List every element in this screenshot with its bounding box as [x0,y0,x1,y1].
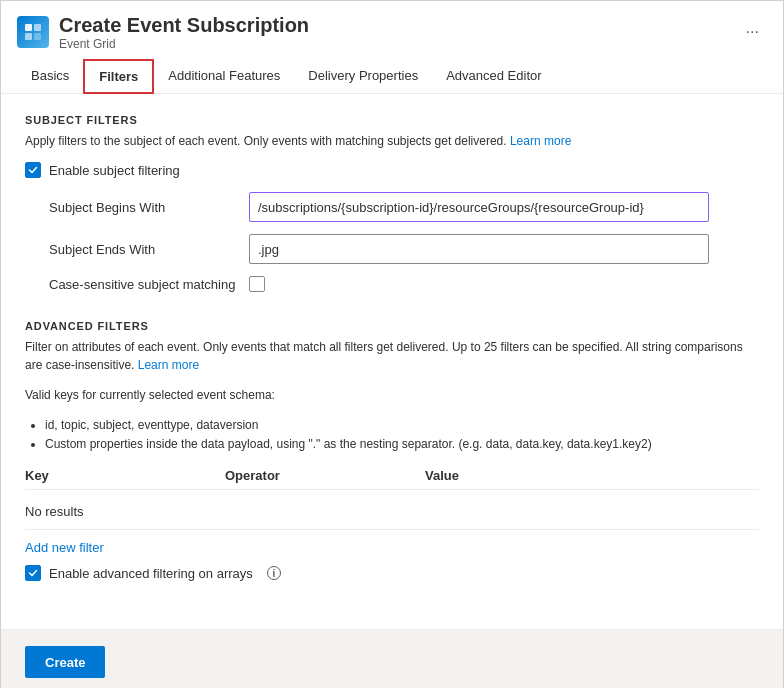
valid-keys-intro: Valid keys for currently selected event … [25,386,759,404]
key-header: Key [25,468,225,483]
header-top: Create Event Subscription Event Grid ··· [17,13,767,51]
advanced-filters-title: ADVANCED FILTERS [25,320,759,332]
subject-begins-with-input[interactable] [249,192,709,222]
enable-subject-filtering-label: Enable subject filtering [49,163,180,178]
valid-keys-item-1: id, topic, subject, eventtype, dataversi… [45,416,759,435]
tab-additional-features[interactable]: Additional Features [154,60,294,93]
svg-rect-2 [25,33,32,40]
enable-subject-filtering-checkbox[interactable] [25,162,41,178]
tab-delivery-properties[interactable]: Delivery Properties [294,60,432,93]
svg-rect-3 [34,33,41,40]
app-icon-svg [23,22,43,42]
no-results-row: No results [25,494,759,530]
subject-filters-title: SUBJECT FILTERS [25,114,759,126]
enable-subject-filtering-row: Enable subject filtering [25,162,759,178]
advanced-filters-desc: Filter on attributes of each event. Only… [25,338,759,374]
case-sensitive-checkbox[interactable] [249,276,265,292]
main-window: Create Event Subscription Event Grid ···… [0,0,784,688]
advanced-filters-learn-more[interactable]: Learn more [138,358,199,372]
subject-filters-learn-more[interactable]: Learn more [510,134,571,148]
subject-filters-section: SUBJECT FILTERS Apply filters to the sub… [25,114,759,292]
subject-begins-with-label: Subject Begins With [49,200,249,215]
valid-keys-item-2: Custom properties inside the data payloa… [45,435,759,454]
nav-tabs: Basics Filters Additional Features Deliv… [17,59,767,93]
svg-rect-1 [34,24,41,31]
advanced-filters-section: ADVANCED FILTERS Filter on attributes of… [25,320,759,581]
create-button[interactable]: Create [25,646,105,678]
advanced-filters-desc-text: Filter on attributes of each event. Only… [25,340,743,372]
subject-filters-desc: Apply filters to the subject of each eve… [25,132,759,150]
arrays-checkmark-icon [28,568,38,578]
enable-arrays-row: Enable advanced filtering on arrays i [25,565,759,581]
value-header: Value [425,468,759,483]
tab-basics[interactable]: Basics [17,60,83,93]
add-new-filter-link[interactable]: Add new filter [25,540,104,555]
tab-advanced-editor[interactable]: Advanced Editor [432,60,555,93]
content-area: SUBJECT FILTERS Apply filters to the sub… [1,94,783,629]
enable-arrays-label: Enable advanced filtering on arrays [49,566,253,581]
enable-arrays-checkbox[interactable] [25,565,41,581]
case-sensitive-label: Case-sensitive subject matching [49,277,249,292]
page-subtitle: Event Grid [59,37,738,51]
footer: Create [1,629,783,688]
subject-ends-with-label: Subject Ends With [49,242,249,257]
subject-ends-with-row: Subject Ends With [25,234,759,264]
arrays-info-icon[interactable]: i [267,566,281,580]
more-button[interactable]: ··· [738,19,767,45]
advanced-filters-table-header: Key Operator Value [25,462,759,490]
tab-filters[interactable]: Filters [83,59,154,94]
checkmark-icon [28,165,38,175]
subject-filters-desc-text: Apply filters to the subject of each eve… [25,134,507,148]
svg-rect-0 [25,24,32,31]
subject-ends-with-input[interactable] [249,234,709,264]
valid-keys-list: id, topic, subject, eventtype, dataversi… [45,416,759,454]
subject-begins-with-row: Subject Begins With [25,192,759,222]
case-sensitive-row: Case-sensitive subject matching [25,276,759,292]
header: Create Event Subscription Event Grid ···… [1,1,783,94]
page-title: Create Event Subscription [59,13,738,37]
operator-header: Operator [225,468,425,483]
title-group: Create Event Subscription Event Grid [59,13,738,51]
app-icon [17,16,49,48]
